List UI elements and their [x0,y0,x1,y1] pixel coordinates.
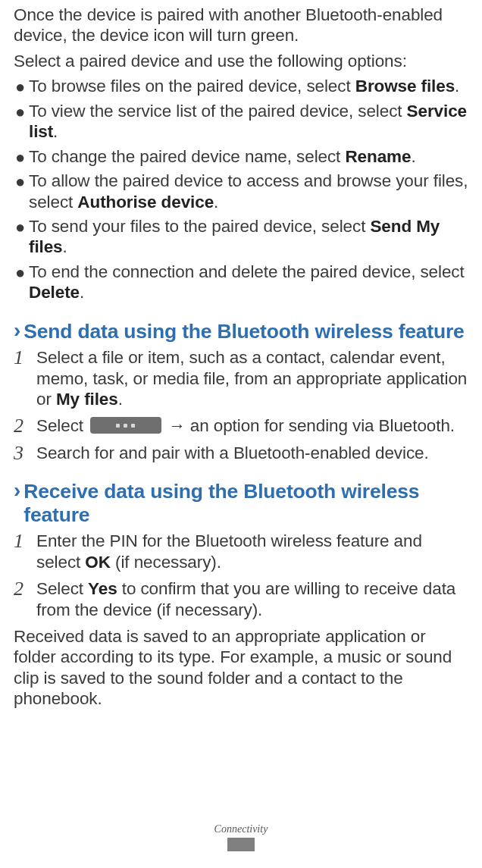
option-text-bold: Browse files [355,77,455,96]
option-item: ●To change the paired device name, selec… [14,146,468,167]
paragraph-intro: Once the device is paired with another B… [14,5,468,46]
footer-label: Connectivity [0,823,482,835]
option-item: ●To send your files to the paired device… [14,216,468,258]
options-list: ●To browse files on the paired device, s… [14,76,468,302]
chevron-right-icon: › [14,320,20,341]
section-title: Send data using the Bluetooth wireless f… [23,320,464,343]
paragraph-intro2: Select a paired device and use the follo… [14,51,468,71]
footer-tab-icon [227,838,255,851]
option-text-pre: To end the connection and delete the pai… [29,262,465,281]
receive-steps: Enter the PIN for the Bluetooth wireless… [14,531,468,620]
option-text-bold: Delete [29,283,80,302]
section-heading-receive: › Receive data using the Bluetooth wirel… [14,480,468,526]
step-text-bold: Yes [88,579,117,598]
option-item: ●To allow the paired device to access an… [14,171,468,212]
step-item: Select a file or item, such as a contact… [14,347,468,409]
option-text-pre: To send your files to the paired device,… [29,217,370,236]
section-heading-send: ›Send data using the Bluetooth wireless … [14,320,468,343]
option-text-pre: To view the service list of the paired d… [29,102,407,121]
page-footer: Connectivity [0,823,482,854]
bullet-icon: ● [15,263,25,284]
option-text-post: . [455,77,459,96]
dot-icon [116,424,120,428]
menu-button-icon [90,417,161,434]
option-text-post: . [411,147,415,166]
bullet-icon: ● [15,102,25,123]
step-item: Select Yes to confirm that you are willi… [14,578,468,620]
section-title: Receive data using the Bluetooth wireles… [23,480,468,526]
dot-icon [124,424,127,428]
step-text-post: → an option for sending via Bluetooth. [164,416,455,435]
step-text-pre: Select [36,416,88,435]
option-text-bold: Authorise device [77,193,214,212]
step-item: Search for and pair with a Bluetooth-ena… [14,443,468,463]
option-text-pre: To change the paired device name, select [29,147,345,166]
option-text-bold: Rename [345,147,411,166]
chevron-right-icon: › [14,480,20,501]
step-text-pre: Select [36,579,88,598]
option-text-post: . [53,122,58,141]
bullet-icon: ● [15,218,25,238]
option-text-pre: To browse files on the paired device, se… [29,77,355,96]
option-text-post: . [214,193,218,212]
option-item: ●To browse files on the paired device, s… [14,76,468,96]
bullet-icon: ● [15,148,25,168]
bullet-icon: ● [15,172,25,193]
option-text-post: . [63,237,67,256]
step-text-post: . [118,390,123,409]
step-text-post: (if necessary). [111,553,221,572]
option-item: ●To end the connection and delete the pa… [14,262,468,303]
step-text-bold: OK [85,553,111,572]
step-item: Enter the PIN for the Bluetooth wireless… [14,531,468,572]
option-item: ●To view the service list of the paired … [14,101,468,143]
send-steps: Select a file or item, such as a contact… [14,347,468,463]
step-item: Select → an option for sending via Bluet… [14,415,468,436]
step-text-bold: My files [56,390,118,409]
step-text-pre: Search for and pair with a Bluetooth-ena… [36,443,429,462]
option-text-post: . [80,283,84,302]
dot-icon [131,424,135,428]
page: Once the device is paired with another B… [0,0,482,868]
paragraph-received: Received data is saved to an appropriate… [14,626,468,710]
bullet-icon: ● [15,77,25,98]
